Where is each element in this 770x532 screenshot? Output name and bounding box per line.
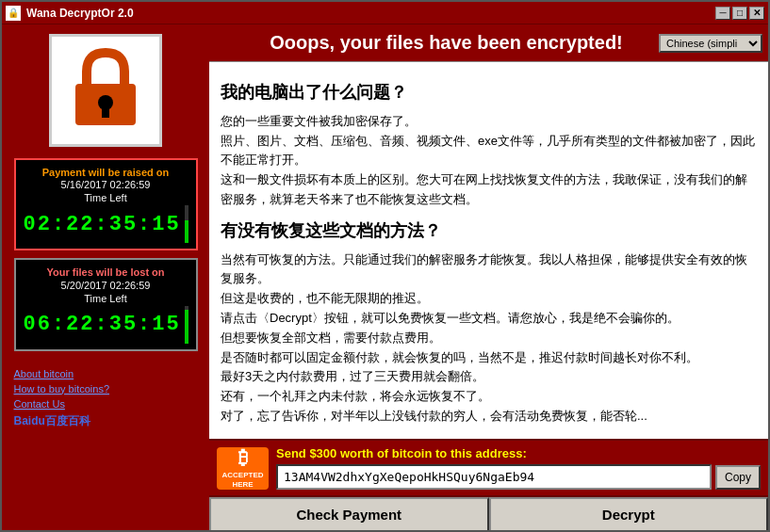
right-panel: Ooops, your files have been encrypted! C… xyxy=(209,24,768,530)
payment-timer-display: 02:22:35:15 xyxy=(24,205,188,243)
lost-timer-date: 5/20/2017 02:26:59 xyxy=(24,280,188,291)
lost-timer-digits: 06:22:35:15 xyxy=(24,313,181,336)
baidu-text: 百度百科 xyxy=(45,414,90,427)
close-button[interactable]: ✕ xyxy=(749,7,764,20)
baidu-logo[interactable]: Baidu百度百科 xyxy=(14,413,198,429)
bitcoin-accepted-text: ACCEPTED HERE xyxy=(217,471,269,489)
content-scroll[interactable]: 我的电脑出了什么问题？ 您的一些重要文件被我加密保存了。 照片、图片、文档、压缩… xyxy=(209,61,768,439)
bitcoin-symbol: ₿ xyxy=(238,447,248,469)
lock-icon-container xyxy=(49,34,162,147)
lost-timer-display: 06:22:35:15 xyxy=(24,306,188,344)
send-label: Send $300 worth of bitcoin to this addre… xyxy=(276,446,761,460)
language-select[interactable]: Chinese (simpliEnglishSpanishFrenchGerma… xyxy=(659,34,762,53)
lost-timer-label: Your files will be lost on xyxy=(24,266,188,279)
lost-timer-bar-fill xyxy=(185,310,188,344)
action-row: Check Payment Decrypt xyxy=(209,495,768,530)
window-title: Wana DecryptOr 2.0 xyxy=(26,7,134,20)
copy-button[interactable]: Copy xyxy=(715,465,761,490)
para-8: 是否随时都可以固定金额付款，就会恢复的吗，当然不是，推迟付款时间越长对你不利。 xyxy=(221,348,757,368)
para-11: 对了，忘了告诉你，对半年以上没钱付款的穷人，会有活动免费恢复，能否轮... xyxy=(221,407,757,427)
title-bar: 🔒 Wana DecryptOr 2.0 ─ □ ✕ xyxy=(2,2,768,24)
check-payment-button[interactable]: Check Payment xyxy=(209,497,489,530)
title-bar-controls: ─ □ ✕ xyxy=(715,7,764,20)
app-icon: 🔒 xyxy=(6,6,21,21)
svg-rect-2 xyxy=(102,105,109,118)
address-row: Copy xyxy=(276,464,761,490)
links-section: About bitcoin How to buy bitcoins? Conta… xyxy=(14,368,198,429)
heading-1: 我的电脑出了什么问题？ xyxy=(221,79,757,106)
heading-2: 有没有恢复这些文档的方法？ xyxy=(221,218,757,245)
maximize-button[interactable]: □ xyxy=(732,7,747,20)
para-10: 还有，一个礼拜之内未付款，将会永远恢复不了。 xyxy=(221,387,757,407)
title-bar-left: 🔒 Wana DecryptOr 2.0 xyxy=(6,6,134,21)
lost-timer-box: Your files will be lost on 5/20/2017 02:… xyxy=(14,258,198,350)
lost-time-label: Time Left xyxy=(24,293,188,304)
bitcoin-row: ₿ ACCEPTED HERE Send $300 worth of bitco… xyxy=(209,441,768,495)
payment-time-label: Time Left xyxy=(24,192,188,203)
payment-timer-label: Payment will be raised on xyxy=(24,166,188,179)
lock-svg xyxy=(68,48,143,133)
minimize-button[interactable]: ─ xyxy=(715,7,730,20)
main-window: 🔒 Wana DecryptOr 2.0 ─ □ ✕ xyxy=(0,0,770,532)
para-2: 照片、图片、文档、压缩包、音频、视频文件、exe文件等，几乎所有类型的文件都被加… xyxy=(221,132,757,171)
bitcoin-section: ₿ ACCEPTED HERE Send $300 worth of bitco… xyxy=(209,439,768,530)
language-dropdown: Chinese (simpliEnglishSpanishFrenchGerma… xyxy=(659,34,762,53)
payment-timer-bar-fill xyxy=(185,220,188,243)
left-panel: Payment will be raised on 5/16/2017 02:2… xyxy=(2,24,209,530)
para-1: 您的一些重要文件被我加密保存了。 xyxy=(221,112,757,132)
para-3: 这和一般文件损坏有本质上的区别。您大可在网上找找恢复文件的方法，我敢保证，没有我… xyxy=(221,170,757,210)
payment-timer-bar xyxy=(185,205,188,243)
para-7: 但想要恢复全部文档，需要付款点费用。 xyxy=(221,329,757,348)
decrypt-button[interactable]: Decrypt xyxy=(489,497,769,530)
para-9: 最好3天之内付款费用，过了三天费用就会翻倍。 xyxy=(221,367,757,387)
main-content: Payment will be raised on 5/16/2017 02:2… xyxy=(2,24,768,530)
about-bitcoin-link[interactable]: About bitcoin xyxy=(14,368,198,379)
content-text: 我的电脑出了什么问题？ 您的一些重要文件被我加密保存了。 照片、图片、文档、压缩… xyxy=(221,79,757,427)
contact-us-link[interactable]: Contact Us xyxy=(14,398,198,410)
para-5: 但这是收费的，也不能无限期的推迟。 xyxy=(221,289,757,309)
payment-timer-digits: 02:22:35:15 xyxy=(24,213,181,236)
bitcoin-logo: ₿ ACCEPTED HERE xyxy=(217,447,269,490)
payment-timer-date: 5/16/2017 02:26:59 xyxy=(24,179,188,190)
bitcoin-right: Send $300 worth of bitcoin to this addre… xyxy=(276,446,761,490)
para-6: 请点击〈Decrypt〉按钮，就可以免费恢复一些文档。请您放心，我是绝不会骗你的… xyxy=(221,309,757,329)
how-to-buy-link[interactable]: How to buy bitcoins? xyxy=(14,383,198,395)
payment-timer-box: Payment will be raised on 5/16/2017 02:2… xyxy=(14,158,198,250)
para-4: 当然有可恢复的方法。只能通过我们的解密服务才能恢复。我以人格担保，能够提供安全有… xyxy=(221,250,757,290)
header-row: Ooops, your files have been encrypted! C… xyxy=(209,24,768,61)
lost-timer-bar xyxy=(185,306,188,344)
bitcoin-address[interactable] xyxy=(276,464,712,490)
